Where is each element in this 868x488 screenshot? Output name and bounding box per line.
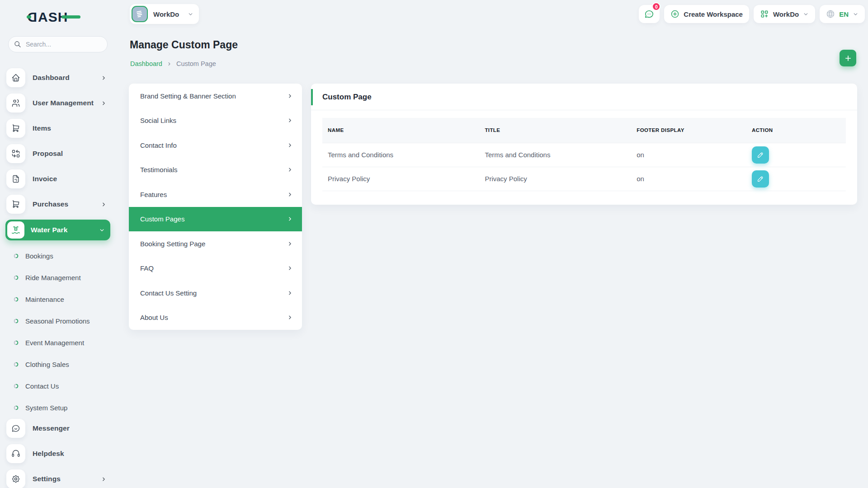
chevron-down-icon [188, 11, 193, 17]
menu-item-features[interactable]: Features [129, 182, 302, 207]
sidebar-subitem-clothing-sales[interactable]: Clothing Sales [0, 353, 116, 375]
chevron-right-icon [101, 75, 107, 81]
chevron-right-icon [287, 241, 293, 247]
sidebar-subitem-label: Seasonal Promotions [25, 317, 90, 325]
accent-bar [311, 89, 313, 105]
building-icon [132, 6, 148, 22]
sidebar-subitem-label: Event Management [25, 339, 84, 347]
chevron-right-icon [287, 290, 293, 296]
sidebar-subitem-label: Maintenance [25, 296, 64, 303]
menu-item-booking-setting-page[interactable]: Booking Setting Page [129, 231, 302, 256]
sidebar-item-purchases[interactable]: Purchases [6, 194, 110, 214]
edit-button[interactable] [752, 170, 769, 188]
sidebar-subitem-ride-management[interactable]: Ride Management [0, 267, 116, 288]
sidebar-item-label: Items [33, 124, 110, 132]
create-workspace-button[interactable]: Create Workspace [664, 5, 749, 23]
menu-item-social-links[interactable]: Social Links [129, 108, 302, 133]
column-header-footer-display: FOOTER DISPLAY [631, 118, 746, 143]
menu-item-contact-info[interactable]: Contact Info [129, 133, 302, 158]
sidebar-item-label: Dashboard [33, 74, 101, 82]
sidebar-subitem-seasonal-promotions[interactable]: Seasonal Promotions [0, 310, 116, 332]
sidebar-item-label: Water Park [31, 226, 99, 234]
sidebar-item-label: Helpdesk [33, 450, 110, 458]
menu-item-label: Contact Info [140, 141, 177, 149]
grid-plus-icon [760, 9, 769, 19]
table-row: Terms and Conditions Terms and Condition… [322, 143, 846, 167]
sidebar-subitem-contact-us[interactable]: Contact Us [0, 375, 116, 397]
sidebar-item-invoice[interactable]: Invoice [6, 169, 110, 189]
add-custom-page-button[interactable] [840, 50, 856, 66]
messages-button[interactable]: 0 [639, 5, 660, 23]
gear-icon [6, 469, 25, 488]
chevron-right-icon [287, 167, 293, 173]
circle-dot-icon [14, 405, 19, 410]
home-icon [6, 68, 25, 87]
column-header-name: NAME [322, 118, 479, 143]
sidebar-item-messenger[interactable]: Messenger [6, 418, 110, 438]
create-workspace-label: Create Workspace [684, 10, 743, 18]
site-settings-menu: Brand Setting & Banner Section Social Li… [129, 84, 302, 330]
menu-item-label: Custom Pages [140, 215, 184, 223]
custom-pages-table-wrap: NAME TITLE FOOTER DISPLAY ACTION Terms a… [311, 110, 857, 205]
cell-footer-display: on [631, 143, 746, 167]
globe-icon [826, 9, 835, 19]
water-park-submenu: Bookings Ride Management Maintenance Sea… [0, 245, 116, 418]
sidebar-subitem-system-setup[interactable]: System Setup [0, 397, 116, 418]
topbar-right: 0 Create Workspace WorkDo EN [639, 5, 865, 23]
cell-title: Privacy Policy [479, 167, 631, 191]
chevron-right-icon [287, 265, 293, 271]
workspace-switcher[interactable]: WorkDo [130, 4, 199, 24]
plus-circle-icon [670, 9, 679, 19]
chevron-right-icon [287, 93, 293, 99]
sidebar-subitem-event-management[interactable]: Event Management [0, 332, 116, 353]
chevron-right-icon [167, 61, 172, 66]
pool-icon [7, 221, 24, 239]
circle-dot-icon [14, 384, 19, 389]
sidebar-item-proposal[interactable]: Proposal [6, 144, 110, 164]
pencil-icon [757, 175, 764, 183]
edit-button[interactable] [752, 146, 769, 164]
card-header: Custom Page [311, 84, 857, 110]
menu-item-contact-us-setting[interactable]: Contact Us Setting [129, 281, 302, 305]
menu-item-brand-setting[interactable]: Brand Setting & Banner Section [129, 84, 302, 108]
sidebar-subitem-maintenance[interactable]: Maintenance [0, 288, 116, 310]
pencil-icon [757, 151, 764, 159]
breadcrumb-dashboard-link[interactable]: Dashboard [130, 60, 162, 67]
sidebar-item-water-park[interactable]: Water Park [5, 220, 110, 240]
dash-logo-icon: D ASH [26, 9, 94, 24]
sidebar-item-label: Settings [33, 475, 101, 483]
sidebar-subitem-label: System Setup [25, 404, 67, 412]
swap-icon [6, 144, 25, 163]
sidebar-item-helpdesk[interactable]: Helpdesk [6, 444, 110, 464]
menu-item-faq[interactable]: FAQ [129, 256, 302, 281]
sidebar-item-user-management[interactable]: User Management [6, 93, 110, 113]
cart-icon [6, 119, 25, 138]
sidebar-subitem-label: Bookings [25, 252, 53, 260]
search-input[interactable] [8, 36, 108, 52]
chevron-right-icon [101, 202, 107, 207]
cell-footer-display: on [631, 167, 746, 191]
breadcrumb: Dashboard Custom Page [130, 60, 216, 67]
chevron-down-icon [99, 227, 105, 233]
circle-dot-icon [14, 340, 19, 345]
sidebar-item-items[interactable]: Items [6, 118, 110, 138]
menu-item-label: Features [140, 191, 167, 198]
breadcrumb-current: Custom Page [176, 60, 216, 67]
plus-icon [844, 54, 852, 62]
cell-title: Terms and Conditions [479, 143, 631, 167]
circle-dot-icon [14, 275, 19, 280]
sidebar-item-settings[interactable]: Settings [6, 469, 110, 488]
menu-item-testimonials[interactable]: Testimonials [129, 158, 302, 183]
chevron-right-icon [287, 216, 293, 222]
table-header-row: NAME TITLE FOOTER DISPLAY ACTION [322, 118, 846, 143]
language-selector[interactable]: EN [820, 5, 865, 23]
sidebar-subitem-bookings[interactable]: Bookings [0, 245, 116, 267]
menu-item-about-us[interactable]: About Us [129, 305, 302, 330]
chevron-right-icon [287, 314, 293, 320]
sidebar-item-dashboard[interactable]: Dashboard [6, 68, 110, 88]
app-logo[interactable]: D ASH [26, 9, 94, 24]
menu-item-label: FAQ [140, 264, 154, 272]
workdo-menu-button[interactable]: WorkDo [754, 5, 815, 23]
menu-item-custom-pages[interactable]: Custom Pages [129, 207, 302, 232]
cart-icon [6, 195, 25, 214]
